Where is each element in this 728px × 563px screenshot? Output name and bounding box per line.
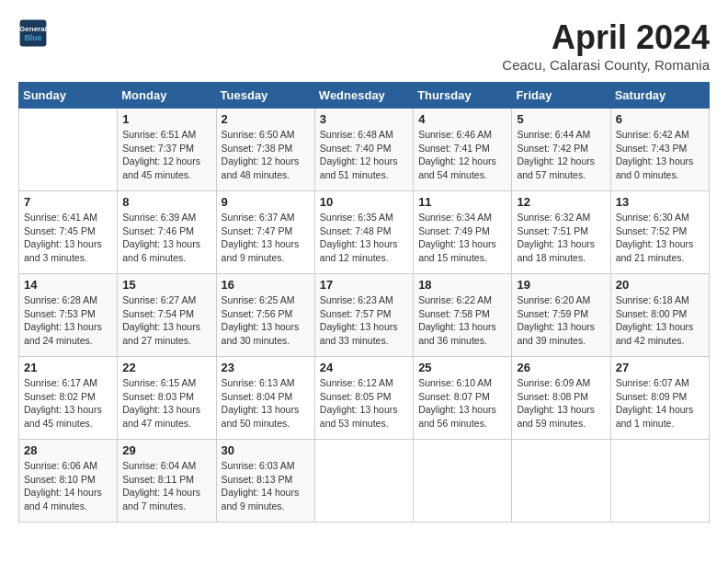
day-info: Sunrise: 6:46 AMSunset: 7:41 PMDaylight:… [418,128,506,182]
day-number: 12 [517,195,605,209]
day-number: 17 [320,278,408,292]
day-info: Sunrise: 6:18 AMSunset: 8:00 PMDaylight:… [616,293,704,348]
calendar-cell: 19Sunrise: 6:20 AMSunset: 7:59 PMDayligh… [512,274,610,357]
day-info: Sunrise: 6:50 AMSunset: 7:38 PMDaylight:… [222,128,310,182]
col-header-friday: Friday [512,83,610,109]
col-header-saturday: Saturday [610,83,709,109]
col-header-thursday: Thursday [414,83,512,109]
calendar-cell: 27Sunrise: 6:07 AMSunset: 8:09 PMDayligh… [610,357,709,440]
col-header-tuesday: Tuesday [216,83,314,109]
day-info: Sunrise: 6:06 AMSunset: 8:10 PMDaylight:… [24,459,112,513]
calendar-table: SundayMondayTuesdayWednesdayThursdayFrid… [18,82,710,523]
day-number: 20 [616,278,704,292]
day-number: 23 [222,361,310,374]
calendar-cell: 2Sunrise: 6:50 AMSunset: 7:38 PMDaylight… [216,109,314,191]
day-info: Sunrise: 6:15 AMSunset: 8:03 PMDaylight:… [122,376,210,431]
day-info: Sunrise: 6:34 AMSunset: 7:49 PMDaylight:… [418,211,506,265]
day-info: Sunrise: 6:25 AMSunset: 7:56 PMDaylight:… [222,293,310,348]
svg-text:Blue: Blue [24,33,41,42]
calendar-cell: 1Sunrise: 6:51 AMSunset: 7:37 PMDaylight… [118,109,216,191]
day-info: Sunrise: 6:20 AMSunset: 7:59 PMDaylight:… [517,293,605,348]
day-number: 25 [418,361,506,374]
day-number: 8 [122,195,210,209]
day-number: 22 [122,361,210,374]
calendar-cell: 11Sunrise: 6:34 AMSunset: 7:49 PMDayligh… [414,191,512,274]
calendar-cell [414,440,512,523]
calendar-cell: 15Sunrise: 6:27 AMSunset: 7:54 PMDayligh… [118,274,216,357]
calendar-cell: 28Sunrise: 6:06 AMSunset: 8:10 PMDayligh… [19,440,118,523]
day-number: 7 [24,195,112,209]
day-info: Sunrise: 6:39 AMSunset: 7:46 PMDaylight:… [122,211,210,265]
month-title: April 2024 [502,18,710,57]
calendar-cell: 7Sunrise: 6:41 AMSunset: 7:45 PMDaylight… [19,191,118,274]
day-number: 9 [222,195,310,209]
calendar-cell: 9Sunrise: 6:37 AMSunset: 7:47 PMDaylight… [216,191,314,274]
day-info: Sunrise: 6:27 AMSunset: 7:54 PMDaylight:… [122,293,210,348]
day-info: Sunrise: 6:37 AMSunset: 7:47 PMDaylight:… [222,211,310,265]
day-number: 29 [122,443,210,457]
calendar-week-4: 21Sunrise: 6:17 AMSunset: 8:02 PMDayligh… [19,357,710,440]
calendar-cell: 26Sunrise: 6:09 AMSunset: 8:08 PMDayligh… [512,357,610,440]
day-number: 4 [418,112,506,126]
calendar-week-2: 7Sunrise: 6:41 AMSunset: 7:45 PMDaylight… [19,191,710,274]
day-info: Sunrise: 6:09 AMSunset: 8:08 PMDaylight:… [517,376,605,431]
day-info: Sunrise: 6:42 AMSunset: 7:43 PMDaylight:… [616,128,704,182]
calendar-cell: 13Sunrise: 6:30 AMSunset: 7:52 PMDayligh… [610,191,709,274]
day-info: Sunrise: 6:03 AMSunset: 8:13 PMDaylight:… [222,459,310,513]
day-number: 5 [517,112,605,126]
day-info: Sunrise: 6:12 AMSunset: 8:05 PMDaylight:… [320,376,408,431]
day-number: 10 [320,195,408,209]
day-number: 3 [320,112,408,126]
calendar-cell: 20Sunrise: 6:18 AMSunset: 8:00 PMDayligh… [610,274,709,357]
day-number: 28 [24,443,112,457]
calendar-cell: 24Sunrise: 6:12 AMSunset: 8:05 PMDayligh… [314,357,413,440]
day-info: Sunrise: 6:22 AMSunset: 7:58 PMDaylight:… [418,293,506,348]
calendar-cell: 29Sunrise: 6:04 AMSunset: 8:11 PMDayligh… [118,440,216,523]
col-header-wednesday: Wednesday [314,83,413,109]
day-info: Sunrise: 6:17 AMSunset: 8:02 PMDaylight:… [24,376,112,431]
day-number: 16 [222,278,310,292]
day-number: 30 [222,443,310,457]
location-subtitle: Ceacu, Calarasi County, Romania [502,57,710,73]
day-number: 15 [122,278,210,292]
calendar-cell: 18Sunrise: 6:22 AMSunset: 7:58 PMDayligh… [414,274,512,357]
calendar-cell: 17Sunrise: 6:23 AMSunset: 7:57 PMDayligh… [314,274,413,357]
day-number: 11 [418,195,506,209]
calendar-cell: 8Sunrise: 6:39 AMSunset: 7:46 PMDaylight… [118,191,216,274]
day-info: Sunrise: 6:28 AMSunset: 7:53 PMDaylight:… [24,293,112,348]
calendar-cell: 3Sunrise: 6:48 AMSunset: 7:40 PMDaylight… [314,109,413,191]
day-number: 21 [24,361,112,374]
calendar-week-1: 1Sunrise: 6:51 AMSunset: 7:37 PMDaylight… [19,109,710,191]
calendar-cell: 14Sunrise: 6:28 AMSunset: 7:53 PMDayligh… [19,274,118,357]
day-number: 26 [517,361,605,374]
day-number: 14 [24,278,112,292]
calendar-cell: 10Sunrise: 6:35 AMSunset: 7:48 PMDayligh… [314,191,413,274]
day-info: Sunrise: 6:32 AMSunset: 7:51 PMDaylight:… [517,211,605,265]
day-info: Sunrise: 6:10 AMSunset: 8:07 PMDaylight:… [418,376,506,431]
day-number: 6 [616,112,704,126]
day-info: Sunrise: 6:23 AMSunset: 7:57 PMDaylight:… [320,293,408,348]
calendar-cell [314,440,413,523]
calendar-cell: 5Sunrise: 6:44 AMSunset: 7:42 PMDaylight… [512,109,610,191]
calendar-cell [610,440,709,523]
calendar-cell: 12Sunrise: 6:32 AMSunset: 7:51 PMDayligh… [512,191,610,274]
title-block: April 2024 Ceacu, Calarasi County, Roman… [502,18,710,73]
day-number: 1 [122,112,210,126]
day-number: 24 [320,361,408,374]
day-info: Sunrise: 6:04 AMSunset: 8:11 PMDaylight:… [122,459,210,513]
day-info: Sunrise: 6:07 AMSunset: 8:09 PMDaylight:… [616,376,704,431]
col-header-monday: Monday [118,83,216,109]
calendar-cell: 23Sunrise: 6:13 AMSunset: 8:04 PMDayligh… [216,357,314,440]
day-info: Sunrise: 6:30 AMSunset: 7:52 PMDaylight:… [616,211,704,265]
day-info: Sunrise: 6:44 AMSunset: 7:42 PMDaylight:… [517,128,605,182]
logo-icon: General Blue [18,18,48,48]
calendar-week-5: 28Sunrise: 6:06 AMSunset: 8:10 PMDayligh… [19,440,710,523]
calendar-cell: 6Sunrise: 6:42 AMSunset: 7:43 PMDaylight… [610,109,709,191]
day-number: 13 [616,195,704,209]
logo: General Blue [18,18,51,48]
day-info: Sunrise: 6:51 AMSunset: 7:37 PMDaylight:… [122,128,210,182]
page-header: General Blue April 2024 Ceacu, Calarasi … [18,18,710,73]
day-info: Sunrise: 6:35 AMSunset: 7:48 PMDaylight:… [320,211,408,265]
calendar-cell: 22Sunrise: 6:15 AMSunset: 8:03 PMDayligh… [118,357,216,440]
col-header-sunday: Sunday [19,83,118,109]
